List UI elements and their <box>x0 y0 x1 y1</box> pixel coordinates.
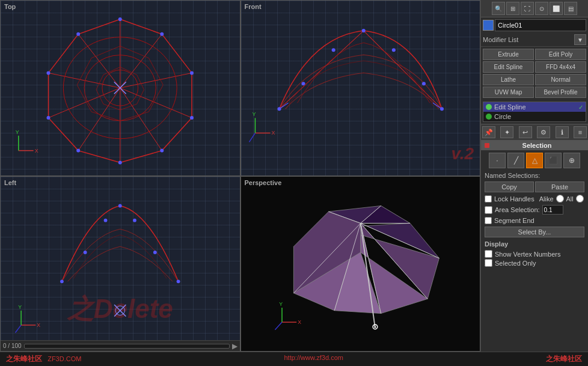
btn-normal[interactable]: Normal <box>535 74 586 85</box>
viewport-progress-bar: 0 / 100 ▶ <box>1 340 240 351</box>
svg-point-54 <box>177 279 180 283</box>
sel-type-edge[interactable]: ╱ <box>507 153 524 168</box>
btn-ffd[interactable]: FFD 4x4x4 <box>535 61 586 73</box>
copy-btn[interactable]: Copy <box>485 181 534 192</box>
area-selection-row: Area Selection: <box>481 204 588 216</box>
area-sel-value[interactable] <box>542 205 563 215</box>
sel-type-face[interactable]: △ <box>526 153 543 168</box>
svg-text:X: X <box>37 322 40 328</box>
status-bar-brand: 之朱峰社区 ZF3D.COM http://www.zf3d.com 之朱峰社区 <box>6 354 582 364</box>
alike-radio[interactable] <box>556 195 564 203</box>
show-vertex-row: Show Vertex Numbers <box>481 249 588 258</box>
svg-text:Y: Y <box>18 303 22 310</box>
stack-item-circle[interactable]: Circle <box>483 112 586 121</box>
btn-edit-spline[interactable]: Edit Spline <box>483 61 534 73</box>
svg-point-22 <box>160 149 164 153</box>
object-name-input[interactable] <box>495 19 586 31</box>
segment-end-label: Segment End <box>494 217 534 224</box>
sel-type-element[interactable]: ⊕ <box>563 153 580 168</box>
object-color-swatch[interactable] <box>483 20 494 31</box>
modifier-list-dropdown[interactable]: ▼ <box>574 34 586 45</box>
panel-icon-4[interactable]: ⊙ <box>535 2 548 15</box>
svg-point-53 <box>153 250 157 254</box>
viewport-left[interactable]: Left 之Delete <box>0 176 240 352</box>
btn-extrude[interactable]: Extrude <box>483 49 534 60</box>
svg-point-36 <box>277 107 281 111</box>
sel-type-vertex[interactable]: · <box>489 153 506 168</box>
selection-header: Selection <box>481 141 588 150</box>
modifier-stack: Edit Spline ✓ Circle <box>483 102 586 122</box>
btn-lathe[interactable]: Lathe <box>483 74 534 85</box>
progress-arrow[interactable]: ▶ <box>232 342 237 350</box>
svg-line-33 <box>363 31 441 109</box>
svg-point-40 <box>391 48 395 52</box>
toolbar-icon-refresh[interactable]: ↩ <box>519 126 532 138</box>
viewport-left-svg: X Y <box>1 177 240 352</box>
modifier-buttons: Extrude Edit Poly Edit Spline FFD 4x4x4 … <box>481 47 588 100</box>
stack-item-edit-spline[interactable]: Edit Spline ✓ <box>483 102 586 112</box>
modifier-list-label: Modifier List <box>483 36 573 43</box>
area-sel-checkbox[interactable] <box>485 206 492 214</box>
show-vertex-checkbox[interactable] <box>485 250 492 258</box>
viewport-top[interactable]: Top <box>0 0 240 176</box>
svg-point-27 <box>76 32 80 36</box>
selected-only-label: Selected Only <box>495 260 536 267</box>
viewport-front-svg: X Y <box>241 1 480 175</box>
lock-handles-label: Lock Handles <box>494 195 534 203</box>
toolbar-icon-layers[interactable]: ≡ <box>574 126 587 138</box>
viewport-front[interactable]: Front v.2 <box>240 0 481 176</box>
selection-header-label: Selection <box>522 142 552 149</box>
toolbar-icon-move[interactable]: ✦ <box>500 126 513 138</box>
lock-handles-checkbox[interactable] <box>485 195 492 203</box>
panel-icon-3[interactable]: ⛶ <box>521 2 534 15</box>
all-label: All <box>566 195 574 203</box>
svg-line-7 <box>78 88 120 150</box>
svg-point-38 <box>331 48 335 52</box>
btn-edit-poly[interactable]: Edit Poly <box>535 49 586 60</box>
svg-point-25 <box>47 116 51 120</box>
stack-label-edit-spline: Edit Spline <box>494 103 526 111</box>
panel-icons-row: 🔍 ⊞ ⛶ ⊙ ⬜ ▤ <box>481 0 588 17</box>
panel-icon-5[interactable]: ⬜ <box>550 2 563 15</box>
svg-point-39 <box>361 29 365 32</box>
all-radio[interactable] <box>576 195 584 203</box>
panel-icon-1[interactable]: 🔍 <box>492 2 505 15</box>
svg-point-18 <box>118 17 122 21</box>
stack-label-circle: Circle <box>494 113 511 120</box>
toolbar-icon-info[interactable]: ℹ <box>556 126 569 138</box>
panel-icon-6[interactable]: ▤ <box>564 2 577 15</box>
progress-text: 0 / 100 <box>3 343 22 349</box>
select-by-btn[interactable]: Select By... <box>485 227 584 237</box>
panel-icon-2[interactable]: ⊞ <box>506 2 519 15</box>
selected-only-row: Selected Only <box>481 258 588 267</box>
svg-text:X: X <box>298 319 301 325</box>
svg-text:X: X <box>271 130 275 136</box>
selected-only-checkbox[interactable] <box>485 259 492 267</box>
btn-bevel-profile[interactable]: Bevel Profile <box>535 87 586 98</box>
viewport-perspective[interactable]: Perspective <box>240 176 481 352</box>
svg-text:Y: Y <box>16 129 19 135</box>
brand-left-text: 之朱峰社区 <box>6 355 42 363</box>
paste-btn[interactable]: Paste <box>535 181 584 192</box>
svg-line-45 <box>249 133 255 142</box>
alike-radio-label: Alike <box>539 195 554 203</box>
named-selections-label: Named Selections: <box>481 171 588 180</box>
stack-light-edit-spline <box>486 104 492 110</box>
area-sel-label: Area Selection: <box>495 206 540 213</box>
sel-type-polygon[interactable]: ⬛ <box>545 153 562 168</box>
viewports-area: Top <box>0 0 481 352</box>
toolbar-icon-pin[interactable]: 📌 <box>482 126 495 138</box>
status-bar: 之朱峰社区 ZF3D.COM http://www.zf3d.com 之朱峰社区 <box>0 352 588 366</box>
svg-line-74 <box>275 322 282 330</box>
svg-point-42 <box>439 107 443 111</box>
btn-uvw-map[interactable]: UVW Map <box>483 87 534 98</box>
svg-text:Y: Y <box>252 111 256 117</box>
segment-end-row: Segment End <box>481 216 588 225</box>
svg-text:Y: Y <box>279 300 283 307</box>
segment-end-checkbox[interactable] <box>485 217 492 224</box>
brand-right: 之朱峰社区 <box>546 354 582 364</box>
svg-point-41 <box>421 82 425 85</box>
svg-point-20 <box>190 71 194 75</box>
svg-point-26 <box>47 71 51 75</box>
toolbar-icon-settings[interactable]: ⚙ <box>537 126 550 138</box>
